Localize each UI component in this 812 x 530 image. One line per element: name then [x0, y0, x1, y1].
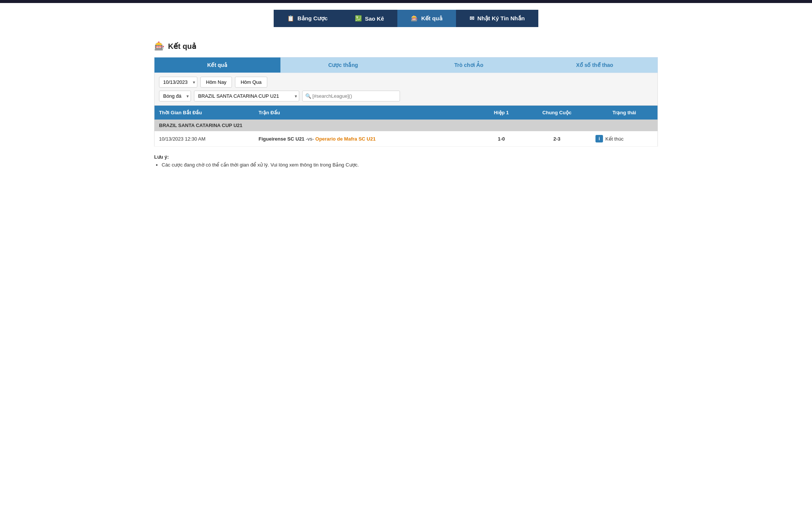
results-table: Thời Gian Bắt Đầu Trận Đấu Hiệp 1 Chung …: [154, 106, 658, 147]
col-trang-thai: Trạng thái: [591, 106, 657, 120]
group-row: BRAZIL SANTA CATARINA CUP U21: [155, 120, 658, 131]
search-wrap: 🔍: [302, 91, 400, 101]
away-team: Operario de Mafra SC U21: [315, 136, 376, 142]
tab-cuoc-thang[interactable]: Cược thắng: [280, 58, 406, 73]
search-input[interactable]: [302, 91, 400, 101]
col-hiep1: Hiệp 1: [480, 106, 523, 120]
sport-select[interactable]: Bóng đá: [159, 91, 191, 101]
search-icon: 🔍: [305, 93, 311, 99]
tab-ket-qua[interactable]: Kết quả: [155, 58, 280, 73]
league-select[interactable]: BRAZIL SANTA CATARINA CUP U21: [194, 91, 299, 101]
nav-nhat-ky[interactable]: ✉ Nhật Ký Tin Nhắn: [456, 10, 538, 27]
nav-ket-qua[interactable]: 🎰 Kết quả: [397, 10, 456, 27]
filter-row-2: Bóng đá BRAZIL SANTA CATARINA CUP U21 🔍: [159, 91, 653, 101]
nav-sao-ke-label: Sao Kê: [365, 15, 384, 22]
vs-separator: -vs-: [306, 136, 314, 142]
tabs-container: Kết quả Cược thắng Trò chơi Ảo Xổ số thể…: [154, 57, 658, 73]
match-teams: Figueirense SC U21 -vs- Operario de Mafr…: [254, 131, 480, 147]
nav-nhat-ky-label: Nhật Ký Tin Nhắn: [477, 15, 525, 22]
col-chung-cuoc: Chung Cuộc: [523, 106, 591, 120]
nav-bar: 📋 Bảng Cược 💹 Sao Kê 🎰 Kết quả ✉ Nhật Ký…: [0, 3, 812, 34]
sport-select-wrap: Bóng đá: [159, 91, 191, 101]
table-body: BRAZIL SANTA CATARINA CUP U21 10/13/2023…: [155, 120, 658, 147]
nav-ket-qua-label: Kết quả: [421, 15, 442, 22]
col-thoi-gian: Thời Gian Bắt Đầu: [155, 106, 254, 120]
match-datetime: 10/13/2023 12:30 AM: [155, 131, 254, 147]
nav-sao-ke[interactable]: 💹 Sao Kê: [341, 10, 398, 27]
tab-xo-so-the-thao[interactable]: Xổ số thể thao: [532, 58, 658, 73]
filter-row-1: 10/13/2023 Hôm Nay Hôm Qua: [159, 77, 653, 88]
bang-cuoc-icon: 📋: [287, 15, 294, 22]
nav-bang-cuoc-label: Bảng Cược: [297, 15, 328, 22]
sao-ke-icon: 💹: [355, 15, 362, 22]
hiep1-score: 1-0: [480, 131, 523, 147]
note-section: Lưu ý: Các cược đang chờ có thể cần thời…: [154, 154, 658, 168]
table-header: Thời Gian Bắt Đầu Trận Đấu Hiệp 1 Chung …: [155, 106, 658, 120]
league-select-wrap: BRAZIL SANTA CATARINA CUP U21: [194, 91, 299, 101]
col-tran-dau: Trận Đấu: [254, 106, 480, 120]
section-icon: 🎰: [154, 41, 164, 51]
section-title: 🎰 Kết quả: [154, 41, 658, 51]
table-row: 10/13/2023 12:30 AM Figueirense SC U21 -…: [155, 131, 658, 147]
note-item: Các cược đang chờ có thể cần thời gian đ…: [162, 162, 658, 168]
page-content: 🎰 Kết quả Kết quả Cược thắng Trò chơi Ảo…: [143, 34, 669, 177]
info-badge[interactable]: i: [595, 135, 603, 142]
filters-panel: 10/13/2023 Hôm Nay Hôm Qua Bóng đá BRAZI…: [154, 73, 658, 106]
hom-qua-button[interactable]: Hôm Qua: [235, 77, 267, 88]
group-name: BRAZIL SANTA CATARINA CUP U21: [155, 120, 658, 131]
nav-bang-cuoc[interactable]: 📋 Bảng Cược: [274, 10, 341, 27]
status-cell: i Kết thúc: [591, 131, 657, 147]
note-list: Các cược đang chờ có thể cần thời gian đ…: [154, 162, 658, 168]
top-bar: [0, 0, 812, 3]
nhat-ky-icon: ✉: [470, 15, 474, 22]
home-team: Figueirense SC U21: [259, 136, 304, 142]
date-select-wrap: 10/13/2023: [159, 77, 197, 88]
section-title-text: Kết quả: [168, 42, 196, 51]
tab-tro-choi-ao[interactable]: Trò chơi Ảo: [406, 58, 532, 73]
ket-qua-nav-icon: 🎰: [411, 15, 418, 22]
date-select[interactable]: 10/13/2023: [159, 77, 197, 88]
note-title: Lưu ý:: [154, 154, 658, 160]
hom-nay-button[interactable]: Hôm Nay: [200, 77, 232, 88]
status-text: Kết thúc: [605, 136, 623, 142]
chung-cuoc-score: 2-3: [523, 131, 591, 147]
